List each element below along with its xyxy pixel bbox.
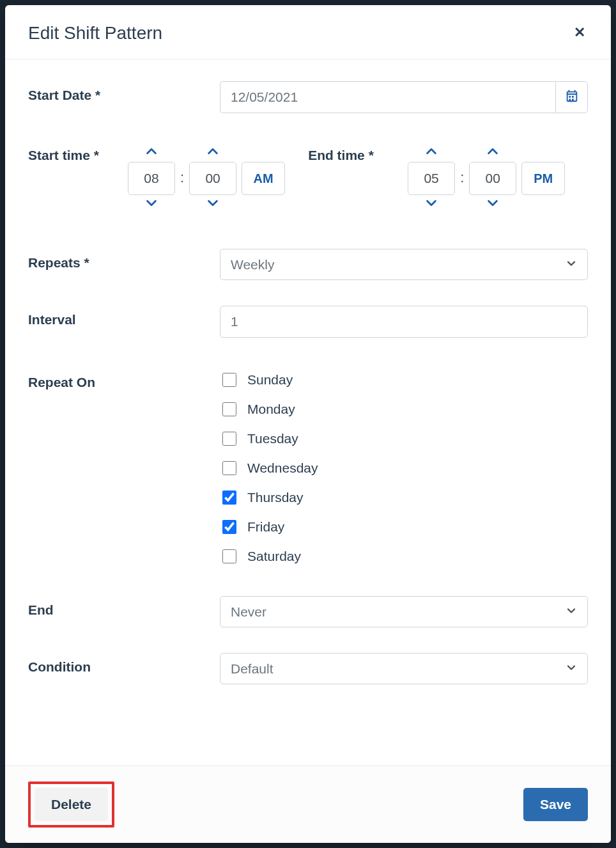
start-date-input[interactable] xyxy=(220,81,555,113)
day-item-sunday[interactable]: Sunday xyxy=(220,371,588,389)
end-ampm-toggle[interactable]: PM xyxy=(521,162,565,195)
end-minute-down[interactable] xyxy=(486,195,500,213)
end-hour-up[interactable] xyxy=(424,144,438,162)
start-hour-up[interactable] xyxy=(144,144,158,162)
interval-input[interactable] xyxy=(220,306,588,338)
interval-row: Interval xyxy=(28,306,588,338)
chevron-up-icon xyxy=(486,145,500,161)
day-item-wednesday[interactable]: Wednesday xyxy=(220,459,588,477)
start-date-row: Start Date * xyxy=(28,81,588,113)
end-minute-input[interactable] xyxy=(469,162,516,195)
condition-select[interactable]: Default xyxy=(220,653,588,684)
day-item-thursday[interactable]: Thursday xyxy=(220,489,588,506)
close-icon[interactable]: ✕ xyxy=(571,23,588,42)
chevron-up-icon xyxy=(144,145,158,161)
chevron-down-icon xyxy=(424,196,438,212)
day-label: Wednesday xyxy=(247,460,318,476)
edit-shift-pattern-modal: Edit Shift Pattern ✕ Start Date * xyxy=(5,5,611,843)
day-checkbox-thursday[interactable] xyxy=(222,491,236,505)
start-date-input-group xyxy=(220,81,588,113)
end-label: End xyxy=(28,596,220,618)
chevron-down-icon xyxy=(486,196,500,212)
day-item-saturday[interactable]: Saturday xyxy=(220,547,588,565)
start-time-group: Start time * : AM xyxy=(28,144,285,213)
day-checkbox-wednesday[interactable] xyxy=(222,461,236,475)
chevron-down-icon xyxy=(206,196,220,212)
modal-title: Edit Shift Pattern xyxy=(28,23,162,43)
start-hour-down[interactable] xyxy=(144,195,158,213)
day-checkbox-sunday[interactable] xyxy=(222,373,236,387)
chevron-down-icon xyxy=(144,196,158,212)
end-time-label: End time * xyxy=(308,144,397,163)
day-checkbox-saturday[interactable] xyxy=(222,549,236,563)
day-checkbox-tuesday[interactable] xyxy=(222,432,236,446)
calendar-icon xyxy=(565,89,579,106)
condition-row: Condition Default xyxy=(28,653,588,684)
interval-label: Interval xyxy=(28,306,220,327)
start-time-spinner: : AM xyxy=(128,144,285,213)
day-checkbox-friday[interactable] xyxy=(222,520,236,534)
repeat-on-label: Repeat On xyxy=(28,368,220,390)
day-label: Sunday xyxy=(247,372,293,388)
modal-footer: Delete Save xyxy=(5,766,611,843)
end-hour-down[interactable] xyxy=(424,195,438,213)
day-label: Saturday xyxy=(247,549,301,564)
start-minute-input[interactable] xyxy=(189,162,236,195)
end-select[interactable]: Never xyxy=(220,596,588,627)
condition-label: Condition xyxy=(28,653,220,675)
day-label: Tuesday xyxy=(247,431,298,446)
start-minute-up[interactable] xyxy=(206,144,220,162)
day-checkbox-monday[interactable] xyxy=(222,402,236,416)
end-row: End Never xyxy=(28,596,588,627)
time-colon: : xyxy=(180,169,184,187)
start-ampm-toggle[interactable]: AM xyxy=(242,162,285,195)
time-row: Start time * : AM xyxy=(28,144,588,213)
day-item-friday[interactable]: Friday xyxy=(220,518,588,536)
start-time-label: Start time * xyxy=(28,144,118,163)
end-hour-input[interactable] xyxy=(408,162,455,195)
repeat-on-row: Repeat On SundayMondayTuesdayWednesdayTh… xyxy=(28,368,588,565)
start-hour-input[interactable] xyxy=(128,162,175,195)
delete-button[interactable]: Delete xyxy=(35,788,108,821)
modal-header: Edit Shift Pattern ✕ xyxy=(5,5,611,59)
day-label: Friday xyxy=(247,519,284,535)
end-minute-up[interactable] xyxy=(486,144,500,162)
start-minute-down[interactable] xyxy=(206,195,220,213)
repeats-label: Repeats * xyxy=(28,249,220,271)
save-button[interactable]: Save xyxy=(523,788,588,821)
day-item-tuesday[interactable]: Tuesday xyxy=(220,430,588,448)
days-list: SundayMondayTuesdayWednesdayThursdayFrid… xyxy=(220,368,588,565)
repeats-select[interactable]: Weekly xyxy=(220,249,588,280)
repeats-row: Repeats * Weekly xyxy=(28,249,588,280)
chevron-up-icon xyxy=(206,145,220,161)
calendar-button[interactable] xyxy=(555,81,588,113)
end-time-spinner: : PM xyxy=(408,144,565,213)
start-date-label: Start Date * xyxy=(28,81,220,103)
chevron-up-icon xyxy=(424,145,438,161)
delete-highlight: Delete xyxy=(28,781,114,828)
day-item-monday[interactable]: Monday xyxy=(220,400,588,418)
day-label: Thursday xyxy=(247,490,304,505)
modal-body: Start Date * Start time * xyxy=(5,59,611,766)
day-label: Monday xyxy=(247,402,295,417)
time-colon: : xyxy=(460,169,464,187)
end-time-group: End time * : PM xyxy=(308,144,565,213)
